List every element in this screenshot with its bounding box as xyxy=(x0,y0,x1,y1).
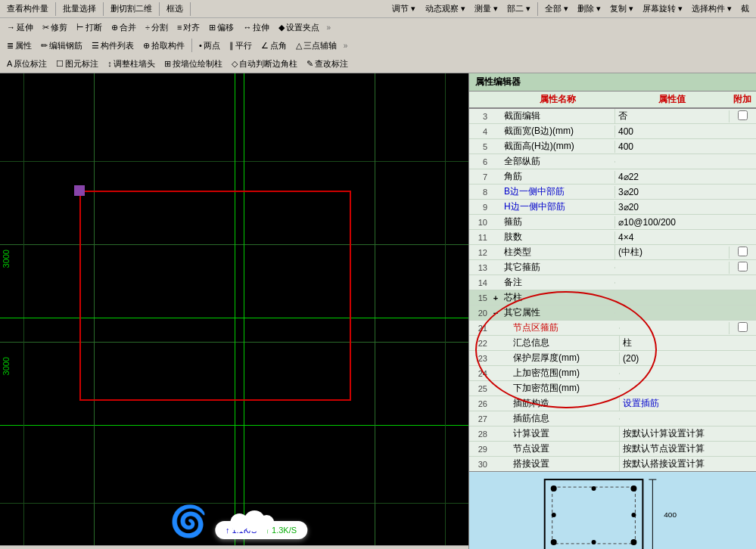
btn-extend[interactable]: → 延伸 xyxy=(3,20,37,35)
prop-val-6[interactable] xyxy=(614,161,729,163)
checkbox-3[interactable] xyxy=(738,110,748,120)
prop-val-27[interactable] xyxy=(619,418,729,420)
prop-cb-21[interactable] xyxy=(729,322,756,334)
cad-canvas[interactable]: 3000 3000 3000 3000 🌀 ↑ 1.1K/S ↑ 1.3K/S xyxy=(0,73,468,549)
prop-val-23[interactable]: (20) xyxy=(619,352,729,364)
prop-val-22[interactable]: 柱 xyxy=(619,336,729,350)
btn-draw-by-wall[interactable]: ⊞ 按墙位绘制柱 xyxy=(160,57,226,71)
btn-comp-list[interactable]: ☰ 构件列表 xyxy=(88,39,138,53)
column-marker[interactable] xyxy=(74,185,85,196)
prop-row-29: 29 节点设置 按默认节点设置计算 xyxy=(469,442,756,457)
prop-val-25[interactable] xyxy=(619,388,729,389)
svg-point-8 xyxy=(551,539,557,545)
checkbox-21[interactable] xyxy=(738,322,748,332)
break-icon: ⊢ xyxy=(76,23,84,33)
prop-cb-3[interactable] xyxy=(729,110,756,123)
cloud-area: ↑ 1.1K/S ↑ 1.3K/S xyxy=(215,521,307,539)
menu-draw[interactable]: 调节 ▾ xyxy=(388,2,419,16)
svg-point-6 xyxy=(552,513,556,517)
prop-val-21[interactable] xyxy=(619,327,729,329)
btn-auto-corner[interactable]: ◇ 自动判断边角柱 xyxy=(228,57,301,71)
row-num-6: 6 xyxy=(469,157,490,166)
menu-misc[interactable]: 框选 xyxy=(163,2,187,16)
btn-twopoint[interactable]: • 两点 xyxy=(195,39,224,53)
prop-val-7[interactable]: 4⌀22 xyxy=(614,171,729,183)
menu-batch[interactable]: 批量选择 xyxy=(59,2,100,16)
btn-break[interactable]: ⊢ 打断 xyxy=(73,20,106,35)
menu-close[interactable]: 截 xyxy=(737,2,753,16)
prop-row-22: 22 汇总信息 柱 xyxy=(469,336,756,351)
selected-column-rect[interactable] xyxy=(79,191,351,401)
btn-edit-annot[interactable]: ✎ 查改标注 xyxy=(303,57,352,71)
split-icon: ÷ xyxy=(145,23,150,32)
prop-cb-12[interactable] xyxy=(729,247,756,259)
prop-val-4[interactable]: 400 xyxy=(614,126,729,138)
prop-val-28[interactable]: 按默认计算设置计算 xyxy=(619,426,729,441)
btn-edit-rebar[interactable]: ✏ 编辑钢筋 xyxy=(37,39,86,53)
btn-parallel[interactable]: ∥ 平行 xyxy=(226,39,256,53)
row-num-9: 9 xyxy=(469,203,490,212)
prop-val-26[interactable]: 设置插筋 xyxy=(619,396,729,411)
prop-cb-13[interactable] xyxy=(729,262,756,274)
prop-val-8[interactable]: 3⌀20 xyxy=(614,186,729,198)
prop-val-3[interactable]: 否 xyxy=(614,109,729,123)
prop-row-12: 12 柱类型 (中柱) xyxy=(469,245,756,260)
btn-pick-comp[interactable]: ⊕ 拾取构件 xyxy=(139,39,188,53)
btn-setpoint[interactable]: ◆ 设置夹点 xyxy=(275,20,323,35)
more-btn[interactable]: » xyxy=(326,23,331,32)
row-num-27: 27 xyxy=(469,414,490,423)
preview-svg: 400 400 xyxy=(469,472,756,549)
menu-edit[interactable]: 删除 ▾ xyxy=(574,2,605,16)
menu-select-all[interactable]: 全部 ▾ xyxy=(541,2,572,16)
prop-val-14[interactable] xyxy=(614,282,729,284)
prop-val-24[interactable] xyxy=(619,373,729,374)
menu-tools[interactable]: 复制 ▾ xyxy=(606,2,637,16)
btn-offset[interactable]: ⊞ 偏移 xyxy=(205,20,238,35)
prop-name-29: 节点设置 xyxy=(501,442,619,456)
prop-row-8: 8 B边一侧中部筋 3⌀20 xyxy=(469,185,756,200)
sep4 xyxy=(190,2,191,16)
checkbox-13[interactable] xyxy=(738,262,748,271)
prop-row-21: 21 节点区箍筋 xyxy=(469,321,756,336)
more-btn2[interactable]: » xyxy=(344,42,348,50)
menu-win[interactable]: 屏幕旋转 ▾ xyxy=(639,2,686,16)
twopoint-icon: • xyxy=(199,41,202,50)
btn-adjust-col[interactable]: ↕ 调整柱墙头 xyxy=(104,57,159,71)
prop-val-11[interactable]: 4×4 xyxy=(614,231,729,243)
prop-name-20: 其它属性 xyxy=(501,306,614,320)
prop-val-10[interactable]: ⌀10@100/200 xyxy=(614,216,729,228)
btn-threepoint[interactable]: △ 三点辅轴 xyxy=(292,39,341,53)
cloud-bump3 xyxy=(259,515,274,530)
prop-val-9[interactable]: 3⌀20 xyxy=(614,201,729,213)
btn-stretch[interactable]: ↔ 拉伸 xyxy=(239,20,273,35)
expand-20[interactable]: − xyxy=(490,309,501,318)
prop-table: 3 截面编辑 否 4 截面宽(B边)(mm) 400 5 xyxy=(469,109,756,471)
pick-icon: ⊕ xyxy=(143,41,150,51)
row-num-14: 14 xyxy=(469,278,490,287)
menu-full[interactable]: 部二 ▾ xyxy=(503,2,534,16)
menu-extra[interactable]: 测量 ▾ xyxy=(471,2,502,16)
btn-props[interactable]: ≣ 属性 xyxy=(3,39,36,53)
btn-merge[interactable]: ⊕ 合并 xyxy=(107,20,140,35)
btn-trim[interactable]: ✂ 修剪 xyxy=(39,20,71,35)
menu-help[interactable]: 选择构件 ▾ xyxy=(688,2,736,16)
prop-name-27: 插筋信息 xyxy=(501,411,619,426)
menu-cut[interactable]: 删切割二维 xyxy=(107,2,156,16)
prop-val-5[interactable]: 400 xyxy=(614,141,729,153)
menu-view[interactable]: 查看构件量 xyxy=(3,2,52,16)
prop-row-27: 27 插筋信息 xyxy=(469,411,756,426)
row-num-29: 29 xyxy=(469,445,490,454)
setpoint-icon: ◆ xyxy=(278,23,285,33)
btn-align[interactable]: ≡ 对齐 xyxy=(173,20,204,35)
expand-15[interactable]: + xyxy=(490,293,501,302)
btn-elem-annot[interactable]: ☐ 图元标注 xyxy=(52,57,102,71)
checkbox-12[interactable] xyxy=(738,247,748,256)
prop-val-13[interactable] xyxy=(614,267,729,268)
prop-val-29[interactable]: 按默认节点设置计算 xyxy=(619,442,729,456)
prop-val-12[interactable]: (中柱) xyxy=(614,245,729,259)
btn-inplace-annot[interactable]: A 原位标注 xyxy=(3,57,51,71)
btn-angle[interactable]: ∠ 点角 xyxy=(257,39,291,53)
btn-split[interactable]: ÷ 分割 xyxy=(142,20,172,35)
menu-snap[interactable]: 动态观察 ▾ xyxy=(422,2,469,16)
prop-val-30[interactable]: 按默认搭接设置计算 xyxy=(619,457,729,471)
